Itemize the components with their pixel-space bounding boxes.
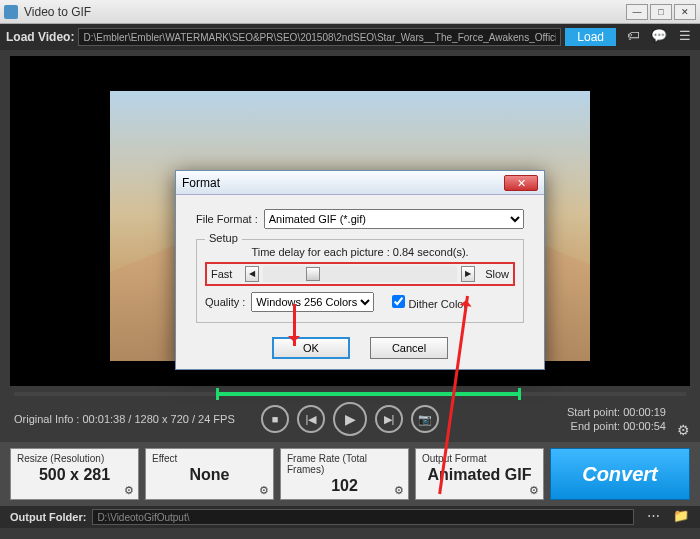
slider-right-button[interactable]: ▶ [461,266,475,282]
format-dialog: Format ✕ File Format : Animated GIF (*.g… [175,170,545,370]
controls-row: Original Info : 00:01:38 / 1280 x 720 / … [0,396,700,442]
resize-value: 500 x 281 [17,466,132,484]
slow-label: Slow [479,268,509,280]
file-format-select[interactable]: Animated GIF (*.gif) [264,209,524,229]
delay-slider-row: Fast ◀ ▶ Slow [205,262,515,286]
original-info: Original Info : 00:01:38 / 1280 x 720 / … [14,413,235,425]
load-video-label: Load Video: [6,30,74,44]
effect-title: Effect [152,453,267,464]
dialog-close-button[interactable]: ✕ [504,175,538,191]
load-button[interactable]: Load [565,28,616,46]
trim-row [0,386,700,396]
output-folder-label: Output Folder: [10,511,86,523]
effect-value: None [152,466,267,484]
open-folder-icon[interactable]: 📁 [672,508,690,526]
slider-left-button[interactable]: ◀ [245,266,259,282]
stop-button[interactable]: ■ [261,405,289,433]
slider-thumb[interactable] [306,267,320,281]
close-button[interactable]: ✕ [674,4,696,20]
format-title: Output Format [422,453,537,464]
fast-label: Fast [211,268,241,280]
dialog-titlebar: Format ✕ [176,171,544,195]
bottom-panel: Resize (Resolution) 500 x 281 ⚙ Effect N… [0,442,700,506]
next-frame-button[interactable]: ▶| [375,405,403,433]
dither-text: Dither Color [408,298,467,310]
gear-icon[interactable]: ⚙ [259,484,269,497]
resize-card[interactable]: Resize (Resolution) 500 x 281 ⚙ [10,448,139,500]
ok-button[interactable]: OK [272,337,350,359]
output-folder-input[interactable] [92,509,634,525]
app-icon [4,5,18,19]
delay-slider[interactable] [263,266,457,282]
gear-icon[interactable]: ⚙ [124,484,134,497]
end-point: End point: 00:00:54 [567,419,666,433]
resize-title: Resize (Resolution) [17,453,132,464]
prev-frame-button[interactable]: |◀ [297,405,325,433]
maximize-button[interactable]: □ [650,4,672,20]
titlebar: Video to GIF — □ ✕ [0,0,700,24]
trim-points: Start point: 00:00:19 End point: 00:00:5… [567,405,666,433]
dither-checkbox-label[interactable]: Dither Color [392,295,467,310]
browse-folder-icon[interactable]: ⋯ [644,508,662,526]
setup-legend: Setup [205,232,242,244]
quality-label: Quality : [205,296,245,308]
convert-button[interactable]: Convert [550,448,690,500]
setup-group: Setup Time delay for each picture : 0.84… [196,239,524,323]
list-icon[interactable]: ☰ [676,28,694,46]
file-format-label: File Format : [196,213,258,225]
delay-text: Time delay for each picture : 0.84 secon… [205,246,515,258]
framerate-value: 102 [287,477,402,495]
output-format-card[interactable]: Output Format Animated GIF ⚙ [415,448,544,500]
framerate-title: Frame Rate (Total Frames) [287,453,402,475]
play-button[interactable]: ▶ [333,402,367,436]
gear-icon[interactable]: ⚙ [529,484,539,497]
tag-icon[interactable]: 🏷 [624,28,642,46]
quality-select[interactable]: Windows 256 Colors [251,292,374,312]
format-value: Animated GIF [422,466,537,484]
load-video-bar: Load Video: Load 🏷 💬 ☰ [0,24,700,50]
dither-checkbox[interactable] [392,295,405,308]
app-title: Video to GIF [24,5,91,19]
start-point: Start point: 00:00:19 [567,405,666,419]
snapshot-button[interactable]: 📷 [411,405,439,433]
video-path-input[interactable] [78,28,561,46]
framerate-card[interactable]: Frame Rate (Total Frames) 102 ⚙ [280,448,409,500]
comment-icon[interactable]: 💬 [650,28,668,46]
trim-settings-icon[interactable]: ⚙ [677,422,690,438]
gear-icon[interactable]: ⚙ [394,484,404,497]
output-folder-bar: Output Folder: ⋯ 📁 [0,506,700,528]
minimize-button[interactable]: — [626,4,648,20]
cancel-button[interactable]: Cancel [370,337,448,359]
effect-card[interactable]: Effect None ⚙ [145,448,274,500]
dialog-title: Format [182,176,220,190]
